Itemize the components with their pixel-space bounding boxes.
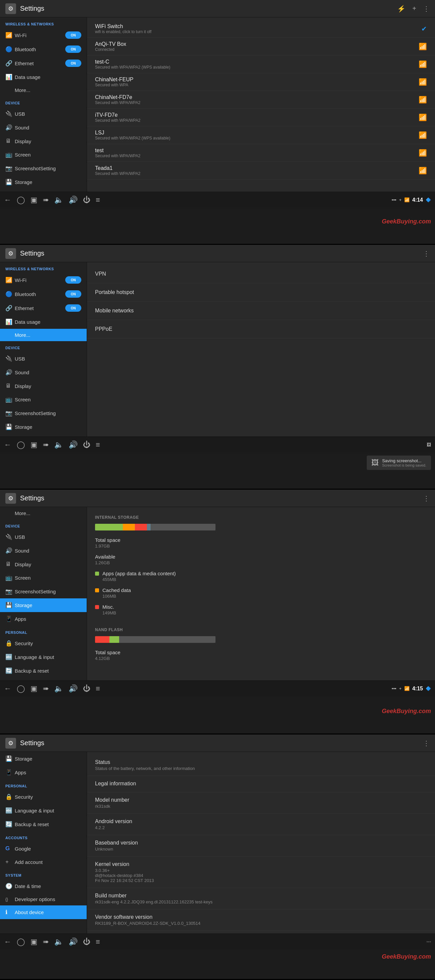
cursor-icon-2[interactable]: ➠ (43, 441, 49, 449)
volume-icon-2[interactable]: 🔈 (54, 441, 63, 449)
sidebar-display-1[interactable]: 🖥 Display (0, 134, 87, 148)
sidebar-apps-4[interactable]: 📱 Apps (0, 765, 87, 779)
sidebar-usb-3[interactable]: 🔌 USB (0, 530, 87, 544)
sidebar-sound-3[interactable]: 🔊 Sound (0, 544, 87, 558)
sidebar-about-4[interactable]: ℹ About device (0, 905, 87, 919)
vpn-item[interactable]: VPN (87, 265, 435, 283)
cursor-icon-1[interactable]: ➠ (43, 196, 49, 204)
wifi-teada1[interactable]: Teada1 Secured with WPA/WPA2 📶 (87, 162, 435, 180)
sidebar-backup-4[interactable]: 🔄 Backup & reset (0, 818, 87, 831)
bluetooth-toggle-1[interactable]: ON (65, 46, 81, 53)
sidebar-usb-1[interactable]: 🔌 USB (0, 107, 87, 121)
home-icon-1[interactable]: ◯ (17, 196, 25, 204)
sidebar-storage-3[interactable]: 💾 Storage (0, 598, 87, 612)
sidebar-sound-1[interactable]: 🔊 Sound (0, 121, 87, 134)
wifi-testc[interactable]: test-C Secured with WPA/WPA2 (WPS availa… (87, 56, 435, 73)
sidebar-screenshot-2[interactable]: 📷 ScreenshotSetting (0, 406, 87, 420)
sidebar-display-3[interactable]: 🖥 Display (0, 558, 87, 571)
back-icon-3[interactable]: ← (4, 684, 11, 693)
sidebar-addaccount-4[interactable]: + Add account (0, 855, 87, 869)
sidebar-sound-2[interactable]: 🔊 Sound (0, 366, 87, 379)
mobile-networks-item[interactable]: Mobile networks (87, 302, 435, 320)
menu-icon-3[interactable]: ≡ (96, 684, 100, 693)
sidebar-storage-2[interactable]: 💾 Storage (0, 420, 87, 434)
pppoe-item[interactable]: PPPoE (87, 320, 435, 339)
sidebar-more-1[interactable]: More... (0, 84, 87, 96)
sidebar-screen-1[interactable]: 📺 Screen (0, 148, 87, 162)
wifi-anqi[interactable]: AnQi-TV Box Connected 📶 (87, 38, 435, 56)
sidebar-display-2[interactable]: 🖥 Display (0, 379, 87, 393)
cursor-icon-3[interactable]: ➠ (43, 684, 49, 693)
flash-icon[interactable]: ⚡ (397, 5, 406, 13)
wifi-switch-item[interactable]: WiFi Switch wifi is enabled, click to tu… (87, 20, 435, 38)
menu-icon-1[interactable]: ≡ (96, 196, 100, 204)
about-legal[interactable]: Legal information (87, 776, 435, 792)
sidebar-screenshot-1[interactable]: 📷 ScreenshotSetting (0, 162, 87, 175)
wifi-toggle-2[interactable]: ON (65, 276, 81, 284)
add-icon[interactable]: + (412, 5, 416, 13)
home-icon-4[interactable]: ◯ (17, 937, 25, 946)
recent-icon-2[interactable]: ▣ (30, 441, 37, 449)
sidebar-datausage-2[interactable]: 📊 Data usage (0, 315, 87, 329)
sidebar-security-3[interactable]: 🔒 Security (0, 636, 87, 650)
wifi-lsj[interactable]: LSJ Secured with WPA/WPA2 (WPS available… (87, 126, 435, 144)
sidebar-wifi-2[interactable]: 📶 Wi-Fi ON (0, 273, 87, 287)
sidebar-wifi-1[interactable]: 📶 Wi-Fi ON (0, 28, 87, 42)
back-icon-1[interactable]: ← (4, 196, 11, 204)
volume-up-icon-3[interactable]: 🔊 (69, 684, 78, 693)
power-icon-3[interactable]: ⏻ (83, 684, 90, 693)
ethernet-toggle-1[interactable]: ON (65, 59, 81, 67)
more-icon[interactable]: ⋮ (423, 5, 430, 13)
recent-icon-4[interactable]: ▣ (30, 937, 37, 946)
sidebar-ethernet-2[interactable]: 🔗 Ethernet ON (0, 301, 87, 315)
sidebar-apps-3[interactable]: 📱 Apps (0, 612, 87, 626)
sidebar-storage-4[interactable]: 💾 Storage (0, 752, 87, 765)
portable-hotspot-item[interactable]: Portable hotspot (87, 283, 435, 302)
wifi-toggle-1[interactable]: ON (65, 32, 81, 39)
sidebar-security-4[interactable]: 🔒 Security (0, 790, 87, 804)
sidebar-more-2[interactable]: More... (0, 329, 87, 341)
sidebar-ethernet-1[interactable]: 🔗 Ethernet ON (0, 56, 87, 70)
sidebar-usb-2[interactable]: 🔌 USB (0, 352, 87, 366)
volume-up-icon-2[interactable]: 🔊 (69, 441, 78, 449)
recent-icon-3[interactable]: ▣ (30, 684, 37, 693)
power-icon-4[interactable]: ⏻ (83, 937, 90, 946)
sidebar-bluetooth-1[interactable]: 🔵 Bluetooth ON (0, 42, 87, 56)
sidebar-more-3[interactable]: More... (0, 507, 87, 519)
volume-icon-1[interactable]: 🔈 (54, 196, 63, 204)
sidebar-screen-3[interactable]: 📺 Screen (0, 571, 87, 585)
home-icon-3[interactable]: ◯ (17, 684, 25, 693)
about-status[interactable]: Status Status of the battery, network, a… (87, 754, 435, 776)
more-icon-2[interactable]: ⋮ (423, 250, 430, 258)
volume-icon-4[interactable]: 🔈 (54, 937, 63, 946)
ethernet-toggle-2[interactable]: ON (65, 304, 81, 312)
sidebar-language-4[interactable]: 🔤 Language & input (0, 804, 87, 818)
menu-icon-2[interactable]: ≡ (96, 441, 100, 449)
sidebar-developer-4[interactable]: {} Developer options (0, 893, 87, 905)
wifi-itv[interactable]: iTV-FD7e Secured with WPA/WPA2 📶 (87, 109, 435, 126)
sidebar-backup-3[interactable]: 🔄 Backup & reset (0, 664, 87, 678)
more-icon-4[interactable]: ⋮ (423, 739, 430, 747)
power-icon-2[interactable]: ⏻ (83, 441, 90, 449)
sidebar-bluetooth-2[interactable]: 🔵 Bluetooth ON (0, 287, 87, 301)
bluetooth-toggle-2[interactable]: ON (65, 290, 81, 298)
sidebar-datausage-1[interactable]: 📊 Data usage (0, 70, 87, 84)
back-icon-2[interactable]: ← (4, 441, 11, 449)
home-icon-2[interactable]: ◯ (17, 441, 25, 449)
back-icon-4[interactable]: ← (4, 937, 11, 946)
sidebar-screenshot-3[interactable]: 📷 ScreenshotSetting (0, 585, 87, 598)
volume-up-icon-1[interactable]: 🔊 (69, 196, 78, 204)
volume-up-icon-4[interactable]: 🔊 (69, 937, 78, 946)
more-icon-3[interactable]: ⋮ (423, 494, 430, 503)
volume-icon-3[interactable]: 🔈 (54, 684, 63, 693)
wifi-chinanet-feup[interactable]: ChinaNet-FEUP Secured with WPA 📶 (87, 73, 435, 91)
sidebar-language-3[interactable]: 🔤 Language & input (0, 650, 87, 664)
menu-icon-4[interactable]: ≡ (96, 937, 100, 946)
power-icon-1[interactable]: ⏻ (83, 196, 90, 204)
sidebar-google-4[interactable]: G Google (0, 842, 87, 855)
recent-icon-1[interactable]: ▣ (30, 196, 37, 204)
cursor-icon-4[interactable]: ➠ (43, 937, 49, 946)
sidebar-screen-2[interactable]: 📺 Screen (0, 393, 87, 406)
wifi-test[interactable]: test Secured with WPA/WPA2 📶 (87, 144, 435, 162)
sidebar-datetime-4[interactable]: 🕐 Date & time (0, 879, 87, 893)
